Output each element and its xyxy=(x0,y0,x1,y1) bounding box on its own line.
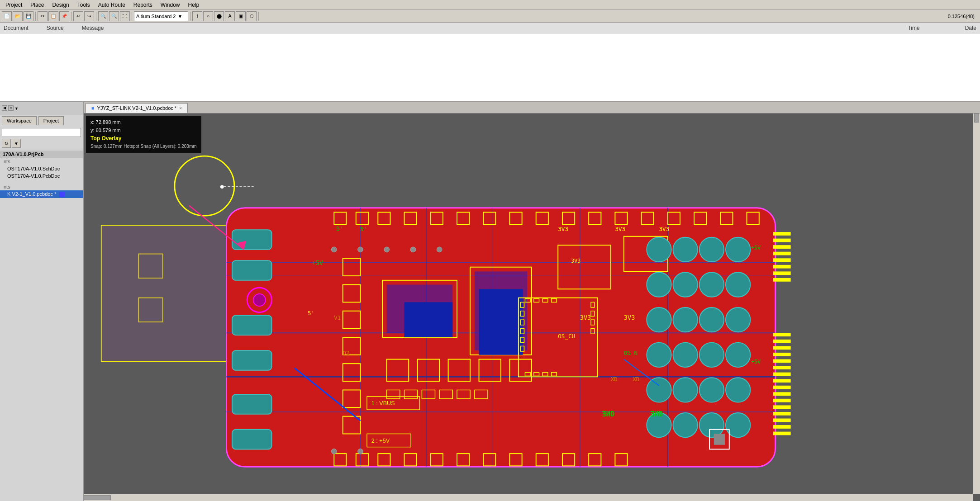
poly-btn[interactable]: ⬡ xyxy=(247,11,257,21)
svg-point-147 xyxy=(437,247,442,252)
svg-rect-173 xyxy=(534,299,539,302)
pcb-svg: 5' 5' 3V3 3V3 3V3 +5V OS_CU OS_N ƎИD ƎИD… xyxy=(84,113,980,501)
panel-pin-btn[interactable]: ◀ xyxy=(2,105,7,111)
svg-rect-99 xyxy=(773,419,791,422)
menu-autoroute[interactable]: Auto Route xyxy=(95,1,129,9)
menu-place[interactable]: Place xyxy=(27,1,48,9)
scrollbar-thumb-v[interactable] xyxy=(974,113,979,123)
svg-point-146 xyxy=(410,247,416,252)
svg-rect-4 xyxy=(101,225,347,361)
route-btn[interactable]: ⌇ xyxy=(192,11,202,21)
svg-text:+5V: +5V xyxy=(312,259,323,266)
text-btn[interactable]: A xyxy=(225,11,235,21)
svg-rect-82 xyxy=(773,258,791,262)
panel-toolbar: ◀ × ▼ xyxy=(0,102,83,114)
svg-point-55 xyxy=(673,237,698,262)
svg-rect-163 xyxy=(521,311,524,317)
svg-rect-3 xyxy=(138,298,162,322)
svg-rect-108 xyxy=(483,454,495,466)
svg-rect-166 xyxy=(521,337,524,343)
svg-text:2 : +5V: 2 : +5V xyxy=(371,438,390,444)
refresh-icon[interactable]: ↻ xyxy=(2,139,11,148)
svg-rect-104 xyxy=(378,454,390,466)
svg-rect-94 xyxy=(773,386,791,389)
redo-btn[interactable]: ↪ xyxy=(84,11,94,21)
tree-pcbdoc-2[interactable]: K V2-1_V1.0.pcbdoc * xyxy=(0,190,83,198)
svg-text:D2: D2 xyxy=(343,350,350,356)
svg-point-63 xyxy=(673,307,698,332)
svg-text:+5V: +5V xyxy=(751,359,761,365)
svg-rect-5 xyxy=(226,208,775,467)
sep4 xyxy=(132,12,132,21)
svg-point-71 xyxy=(673,378,698,402)
main-area: ◀ × ▼ Workspace Project ↻ ▼ 170A-V1.0.Pr… xyxy=(0,102,980,501)
svg-line-133 xyxy=(624,359,659,386)
zoom-out-btn[interactable]: 🔍 xyxy=(109,11,119,21)
project-header[interactable]: 170A-V1.0.PrjPcb xyxy=(0,151,83,158)
standard-dropdown[interactable]: Altium Standard 2 ▼ xyxy=(134,11,188,21)
via-btn[interactable]: ⬤ xyxy=(214,11,224,21)
fill-btn[interactable]: ▣ xyxy=(236,11,246,21)
pad-btn[interactable]: ○ xyxy=(203,11,213,21)
tab-close-btn[interactable]: × xyxy=(179,106,182,111)
svg-point-57 xyxy=(726,237,750,262)
left-panel: ◀ × ▼ Workspace Project ↻ ▼ 170A-V1.0.Pr… xyxy=(0,102,84,501)
scrollbar-thumb-h[interactable] xyxy=(84,495,111,500)
vertical-scrollbar[interactable] xyxy=(973,113,980,494)
search-input[interactable] xyxy=(2,128,81,137)
svg-rect-79 xyxy=(773,239,791,242)
open-btn[interactable]: 📂 xyxy=(13,11,23,21)
workspace-btn[interactable]: Workspace xyxy=(2,116,37,125)
content-area: ■ YJYZ_ST-LINK V2-1_V1.0.pcbdoc * × x: 7… xyxy=(84,102,980,501)
svg-rect-78 xyxy=(773,232,791,236)
undo-btn[interactable]: ↩ xyxy=(73,11,83,21)
paste-btn[interactable]: 📌 xyxy=(59,11,69,21)
tree-pcbdoc-1[interactable]: OST170A-V1.0.PcbDoc xyxy=(0,172,83,180)
svg-rect-35 xyxy=(615,212,627,224)
svg-text:OS_CU: OS_CU xyxy=(558,333,575,340)
svg-rect-134 xyxy=(404,302,453,337)
menu-window[interactable]: Window xyxy=(157,1,184,9)
menu-design[interactable]: Design xyxy=(48,1,72,9)
section-1: nts xyxy=(0,158,83,165)
svg-rect-97 xyxy=(773,405,791,409)
tree-schdoc[interactable]: OST170A-V1.0.SchDoc xyxy=(0,165,83,172)
project-btn[interactable]: Project xyxy=(38,116,64,125)
pcb-canvas-area[interactable]: x: 72.898 mm y: 60.579 mm Top Overlay Sn… xyxy=(84,113,980,501)
svg-rect-111 xyxy=(562,454,575,466)
coord-y: y: 60.579 mm xyxy=(90,127,197,135)
project-tree: 170A-V1.0.PrjPcb nts OST170A-V1.0.SchDoc… xyxy=(0,149,83,501)
menu-reports[interactable]: Reports xyxy=(130,1,156,9)
icon-toolbar: ↻ ▼ xyxy=(0,138,83,149)
save-btn[interactable]: 💾 xyxy=(24,11,33,21)
menu-tools[interactable]: Tools xyxy=(74,1,94,9)
svg-rect-178 xyxy=(542,373,548,376)
svg-rect-47 xyxy=(343,416,361,434)
horizontal-scrollbar[interactable] xyxy=(84,494,973,501)
svg-text:V1: V1 xyxy=(334,314,341,321)
svg-rect-27 xyxy=(404,212,417,224)
svg-text:5': 5' xyxy=(308,310,314,317)
menu-project[interactable]: Project xyxy=(2,1,26,9)
zoom-fit-btn[interactable]: ⛶ xyxy=(120,11,130,21)
copy-btn[interactable]: 📋 xyxy=(48,11,58,21)
svg-text:5': 5' xyxy=(336,225,343,232)
col-time: Time xyxy=(908,25,919,31)
new-btn[interactable]: 📄 xyxy=(2,11,12,21)
svg-point-69 xyxy=(726,343,750,367)
expand-icon[interactable]: ▼ xyxy=(12,139,21,148)
svg-rect-95 xyxy=(773,392,791,396)
svg-rect-137 xyxy=(714,434,725,445)
svg-rect-167 xyxy=(521,346,524,351)
svg-rect-159 xyxy=(457,390,470,398)
panel-dropdown[interactable]: ▼ xyxy=(14,105,18,111)
sep2 xyxy=(71,12,71,21)
svg-text:3V3: 3V3 xyxy=(558,226,568,232)
svg-line-141 xyxy=(189,206,244,250)
cut-btn[interactable]: ✂ xyxy=(38,11,48,21)
menu-help[interactable]: Help xyxy=(185,1,203,9)
svg-rect-28 xyxy=(431,212,443,224)
main-tab[interactable]: ■ YJYZ_ST-LINK V2-1_V1.0.pcbdoc * × xyxy=(86,103,188,113)
panel-collapse-btn[interactable]: × xyxy=(8,105,14,111)
zoom-in-btn[interactable]: 🔍 xyxy=(98,11,108,21)
